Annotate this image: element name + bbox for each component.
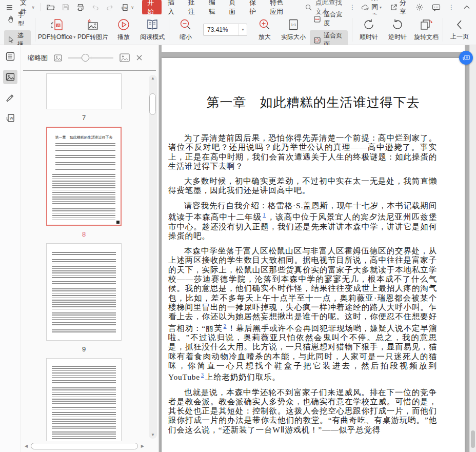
zoom-in-label: 放大 — [259, 33, 271, 42]
mini-paragraph — [52, 208, 115, 220]
open-file-button[interactable] — [44, 2, 57, 13]
close-panel-button[interactable] — [136, 54, 143, 61]
cursor-icon — [7, 36, 15, 44]
thumbnail-page-8[interactable]: 第一章 如此糟糕的生活谁过得下去 — [46, 127, 122, 226]
mini-paragraph — [55, 143, 115, 152]
convert-panel-button[interactable]: W — [3, 111, 17, 125]
thumbnail-list: 7 第一章 如此糟糕的生活谁过得下去 8 — [21, 71, 147, 441]
rotate-clockwise-icon — [362, 18, 375, 31]
scroll-up-arrow[interactable]: ▲ — [149, 75, 157, 82]
scrollbar-thumb[interactable] — [149, 93, 156, 115]
thumbnail-panel-button[interactable] — [3, 70, 17, 84]
page-8: 第一章 如此糟糕的生活谁过得下去 为了弄清楚前因后果，恐怕你得先弄清楚一个前提：… — [162, 58, 465, 452]
paragraph-5: 也就是说，本森中学还轮不到富家子们来逞威风。排在下一位的竞争者是教会派。教会派确… — [168, 388, 437, 435]
mini-paragraph — [55, 162, 115, 171]
scroll-down-arrow[interactable]: ▼ — [149, 431, 157, 439]
rotate-counterclockwise-icon — [391, 18, 404, 31]
paragraph-text: 上给老奶奶们取乐。 — [205, 372, 281, 381]
zoom-out-icon — [179, 18, 192, 31]
zoom-in-button[interactable]: 放大 — [250, 16, 279, 44]
thumbnail-page-10[interactable] — [46, 358, 122, 441]
zoom-out-button[interactable]: 缩小 — [171, 16, 200, 44]
scrollbar-thumb[interactable] — [471, 430, 475, 448]
divider — [352, 18, 352, 42]
rotate-counterclockwise-label: 逆时针 — [388, 33, 407, 42]
rotate-document-button[interactable]: 旋转文档 — [412, 16, 441, 44]
previous-page-button[interactable]: 上一页 — [445, 16, 474, 44]
chevron-down-icon: ▾ — [242, 27, 244, 32]
mini-paragraph — [52, 259, 116, 279]
fit-width-button[interactable]: 适合宽度 — [310, 9, 348, 29]
collapse-ribbon-button[interactable] — [460, 2, 473, 13]
hand-tool-label: 手型 — [18, 11, 28, 28]
read-mode-label: 阅读模式 — [140, 33, 165, 42]
zoom-level-combobox[interactable]: ▾ — [203, 24, 247, 36]
more-menu-icon[interactable]: ⋮ — [447, 4, 456, 11]
pdf-to-office-button[interactable]: W PDF转Office▾ — [37, 16, 76, 44]
sign-panel-button[interactable] — [3, 90, 17, 105]
rotate-counterclockwise-button[interactable]: 逆时针 — [383, 16, 412, 44]
read-mode-button[interactable]: 阅读模式 — [138, 16, 167, 44]
scroll-left-arrow[interactable]: ◀ — [25, 444, 28, 448]
chapter-title: 第一章 如此糟糕的生活谁过得下去 — [162, 94, 465, 111]
print-button[interactable] — [74, 2, 87, 13]
play-button[interactable]: 播放 — [109, 16, 138, 44]
thumbnail-page-9[interactable] — [46, 243, 122, 341]
rotate-clockwise-label: 顺时针 — [360, 33, 378, 42]
scrollbar-thumb[interactable] — [31, 443, 138, 449]
play-icon — [117, 18, 130, 31]
thumbnail-icon — [5, 72, 15, 82]
footnote-link-1[interactable]: 1 — [263, 212, 266, 218]
feedback-button[interactable] — [430, 2, 443, 13]
pdf-to-word-floating-button[interactable] — [459, 51, 473, 65]
redo-button[interactable] — [104, 2, 116, 13]
pdf-to-image-button[interactable]: PDF转图片 — [76, 16, 109, 44]
mini-paragraph — [52, 329, 116, 334]
thumbnail-vertical-scrollbar[interactable]: ▲ ▼ — [149, 75, 157, 439]
zoom-combobox-caret[interactable]: ▾ — [239, 24, 247, 35]
thumbnail-size-slider[interactable] — [68, 57, 113, 58]
mini-paragraph — [52, 426, 116, 429]
pointer-tools: 手型 选择 — [2, 10, 33, 50]
comment-icon — [432, 3, 441, 12]
thumbnail-panel: 缩略图 7 第一章 如此糟糕的生活谁过得下去 — [21, 45, 159, 452]
svg-text:1:1: 1:1 — [291, 23, 296, 27]
document-vertical-scrollbar[interactable] — [469, 45, 476, 452]
slider-tick — [91, 56, 91, 60]
save-icon — [61, 3, 70, 12]
zoom-level-input[interactable] — [204, 26, 239, 33]
settings-button[interactable] — [413, 2, 426, 13]
export-word-button[interactable]: W ∨ — [118, 2, 136, 13]
mini-paragraph — [52, 366, 116, 378]
chevron-down-icon: ∨ — [32, 5, 35, 10]
slider-knob[interactable] — [82, 54, 89, 62]
mini-paragraph — [52, 252, 116, 257]
footnote-link-3[interactable]: 3 — [201, 372, 204, 378]
pdf-to-office-icon: W — [50, 18, 64, 31]
pdf-to-image-label: PDF转图片 — [77, 33, 108, 42]
scroll-right-arrow[interactable]: ▶ — [141, 444, 144, 448]
thumbnail-label-7: 7 — [21, 114, 147, 122]
actual-size-icon: 1:1 — [287, 18, 300, 31]
mini-paragraph — [52, 407, 116, 409]
outline-icon — [5, 51, 15, 62]
left-icon-strip: W — [0, 45, 21, 452]
hand-icon — [7, 15, 15, 24]
fit-width-label: 适合宽度 — [324, 10, 344, 28]
document-area[interactable]: 第一章 如此糟糕的生活谁过得下去 为了弄清楚前因后果，恐怕你得先弄清楚一个前提：… — [159, 45, 476, 452]
thumbnail-horizontal-scrollbar[interactable]: ◀ ▶ — [25, 442, 144, 449]
hand-tool-button[interactable]: 手型 — [4, 10, 31, 29]
paragraph-text: 大多数时候，初中确实更差劲，不过初中实在太一无是处，我简直懒得费笔墨，因此我们还… — [168, 176, 437, 194]
rotate-document-icon — [419, 18, 433, 31]
paragraph-text: 也就是说，本森中学还轮不到富家子们来逞威风。排在下一位的竞争者是教会派。教会派确… — [168, 388, 437, 434]
thumbnail-page-7[interactable] — [46, 73, 122, 109]
undo-button[interactable] — [89, 2, 102, 13]
divider — [41, 3, 41, 11]
footnote-link-2[interactable]: 2 — [224, 323, 227, 329]
save-button[interactable] — [59, 2, 72, 13]
actual-size-button[interactable]: 1:1 实际大小 — [279, 16, 308, 44]
mini-paragraph — [52, 281, 116, 286]
rotate-clockwise-button[interactable]: 顺时针 — [354, 16, 383, 44]
mini-page-title: 第一章 如此糟糕的生活谁过得下去 — [51, 135, 116, 140]
outline-panel-button[interactable] — [3, 49, 17, 64]
